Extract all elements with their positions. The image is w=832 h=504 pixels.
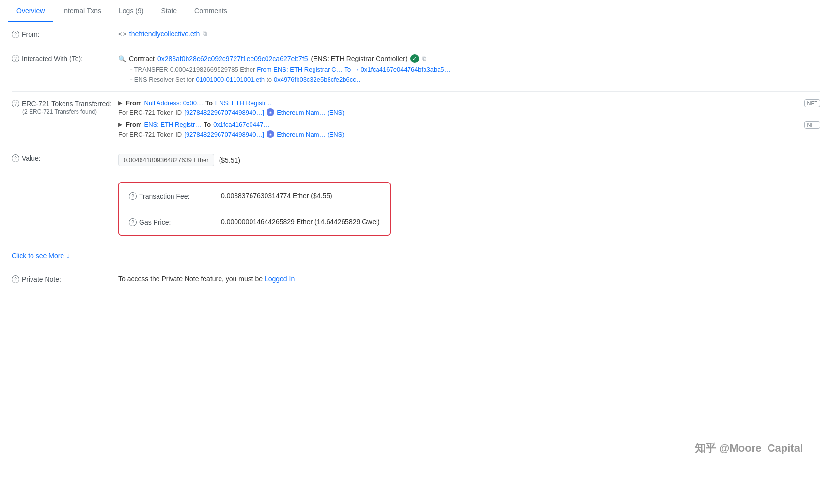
erc721-transfer-1-sub: For ERC-721 Token ID [927848229670744989… [118,108,804,116]
erc721-transfer-2-content: ▶ From ENS: ETH Registr… To 0x1fca4167e0… [118,121,804,138]
nft-badge-2: NFT [804,121,820,129]
transfer2-prefix: └ ENS Resolver Set for [128,76,194,83]
to-addr-1[interactable]: ENS: ETH Registr… [215,99,272,107]
for-text-1: For ERC-721 Token ID [118,109,182,116]
value-label: ? Value: [12,154,118,162]
erc721-help-icon[interactable]: ? [12,100,19,107]
nft-badge-1: NFT [804,99,820,107]
from-prefix-icon: <> [118,30,126,38]
private-note-row: ? Private Note: To access the Private No… [12,267,820,291]
tab-state[interactable]: State [152,0,186,22]
from-addr-1[interactable]: Null Address: 0x00… [144,99,203,107]
transfer1-to-link[interactable]: To → 0x1fca4167e044764bfa3aba5… [345,66,451,73]
tabs-bar: Overview Internal Txns Logs (9) State Co… [0,0,832,22]
tx-fee-value: 0.00383767630314774 Ether ($4.55) [221,192,332,199]
fee-gas-section: ? Transaction Fee: 0.00383767630314774 E… [12,174,820,244]
from-row: ? From: <> thefriendlycollective.eth ⧉ [12,22,820,46]
tx-fee-label: ? Transaction Fee: [129,192,216,200]
gas-price-help-icon[interactable]: ? [129,218,137,226]
erc721-transfer-2: ▶ From ENS: ETH Registr… To 0x1fca4167e0… [118,121,820,138]
copy-contract-icon[interactable]: ⧉ [422,55,426,62]
erc721-label: ? ERC-721 Tokens Transferred: (2 ERC-721… [12,99,118,115]
from-value: <> thefriendlycollective.eth ⧉ [118,30,820,38]
tab-comments[interactable]: Comments [186,0,236,22]
tab-internal-txns[interactable]: Internal Txns [53,0,110,22]
click-more-link[interactable]: Click to see More ↓ [12,252,70,260]
private-note-value: To access the Private Note feature, you … [118,275,820,283]
gas-price-label-text: Gas Price: [139,218,171,226]
token-id-1[interactable]: [92784822967074498940…] [184,109,264,116]
to-addr-2[interactable]: 0x1fca4167e0447… [213,121,269,128]
transfer2-resolver-link[interactable]: 0x4976fb03c32e5b8cfe2b6cc… [274,76,362,83]
tab-logs[interactable]: Logs (9) [110,0,152,22]
for-text-2: For ERC-721 Token ID [118,131,182,138]
gas-price-value: 0.000000014644265829 Ether (14.644265829… [221,218,380,226]
contract-prefix: Contract [129,55,155,62]
erc721-transfer-1: ▶ From Null Address: 0x00… To ENS: ETH R… [118,99,820,116]
interacted-help-icon[interactable]: ? [12,55,19,62]
click-more-label: Click to see More [12,252,64,260]
from-label-1: From [126,99,142,107]
interacted-value: 🔍 Contract 0x283af0b28c62c092c9727f1ee09… [118,54,820,83]
click-more-arrow: ↓ [66,252,70,260]
erc721-transfers: ▶ From Null Address: 0x00… To ENS: ETH R… [118,99,820,138]
to-label-1: To [205,99,213,107]
interacted-with-row: ? Interacted With (To): 🔍 Contract 0x283… [12,46,820,92]
private-note-help-icon[interactable]: ? [12,275,19,283]
erc721-label-text: ERC-721 Tokens Transferred: [22,100,111,107]
erc721-transfer-2-sub: For ERC-721 Token ID [927848229670744989… [118,130,804,138]
transfer1-from-link[interactable]: From ENS: ETH Registrar C… [257,66,342,73]
value-usd: ($5.51) [219,156,240,164]
tx-fee-help-icon[interactable]: ? [129,192,137,200]
erc721-sub-label: (2 ERC-721 Transfers found) [22,108,97,115]
eth-icon-2: ◈ [267,130,274,138]
click-more-section: Click to see More ↓ [12,244,820,267]
from-help-icon[interactable]: ? [12,31,19,38]
tx-fee-label-text: Transaction Fee: [139,192,190,200]
from-address-link[interactable]: thefriendlycollective.eth [129,30,200,38]
copy-from-icon[interactable]: ⧉ [203,30,207,38]
contract-name-text: (ENS: ETH Registrar Controller) [311,55,408,62]
erc721-transfer-1-content: ▶ From Null Address: 0x00… To ENS: ETH R… [118,99,804,116]
from-label-text: From: [22,31,40,38]
contract-address-link[interactable]: 0x283af0b28c62c092c9727f1ee09c02ca627eb7… [157,55,308,62]
main-content: ? From: <> thefriendlycollective.eth ⧉ ?… [0,22,832,291]
value-help-icon[interactable]: ? [12,154,19,162]
triangle-icon-2: ▶ [118,122,122,128]
private-note-login-link[interactable]: Logged In [265,275,295,283]
transfer-sub-2: └ ENS Resolver Set for 01001000-01101001… [128,76,820,83]
transfer1-prefix: └ TRANSFER [128,66,168,73]
private-note-text: To access the Private Note feature, you … [118,275,265,283]
triangle-icon-1: ▶ [118,100,122,106]
private-note-label-text: Private Note: [22,275,61,283]
token-id-2[interactable]: [92784822967074498940…] [184,131,264,138]
to-label-2: To [204,121,211,128]
highlighted-fee-gas-box: ? Transaction Fee: 0.00383767630314774 E… [118,182,391,236]
from-addr-2[interactable]: ENS: ETH Registr… [144,121,202,128]
token-name-1[interactable]: Ethereum Nam… (ENS) [277,109,344,116]
private-note-label: ? Private Note: [12,275,118,283]
transfer-sub-1: └ TRANSFER 0.000421982669529785 Ether Fr… [128,66,820,73]
value-value: 0.004641809364827639 Ether ($5.51) [118,154,820,166]
interacted-label: ? Interacted With (To): [12,54,118,62]
tab-overview[interactable]: Overview [8,0,53,22]
erc721-transfer-2-line: ▶ From ENS: ETH Registr… To 0x1fca4167e0… [118,121,804,128]
eth-icon-1: ◈ [267,108,274,116]
erc721-row: ? ERC-721 Tokens Transferred: (2 ERC-721… [12,92,820,146]
gas-price-label: ? Gas Price: [129,218,216,226]
from-label-2: From [126,121,142,128]
gas-price-inner-row: ? Gas Price: 0.000000014644265829 Ether … [129,209,380,226]
from-label: ? From: [12,30,118,38]
transfer1-amount: 0.000421982669529785 Ether [170,66,255,73]
value-amount-badge: 0.004641809364827639 Ether [118,154,214,166]
erc721-transfer-1-line: ▶ From Null Address: 0x00… To ENS: ETH R… [118,99,804,107]
transfer2-domain-link[interactable]: 01001000-01101001.eth [196,76,265,83]
value-label-text: Value: [22,154,41,162]
contract-row: 🔍 Contract 0x283af0b28c62c092c9727f1ee09… [118,54,820,63]
magnify-icon: 🔍 [118,55,126,62]
verified-icon: ✓ [410,54,419,63]
tx-fee-inner-row: ? Transaction Fee: 0.00383767630314774 E… [129,192,380,200]
token-name-2[interactable]: Ethereum Nam… (ENS) [277,131,344,138]
value-row: ? Value: 0.004641809364827639 Ether ($5.… [12,146,820,174]
interacted-label-text: Interacted With (To): [22,55,83,62]
